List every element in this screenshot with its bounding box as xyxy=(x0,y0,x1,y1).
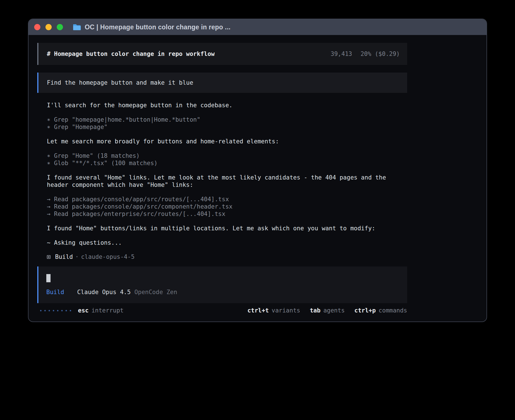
minimize-button[interactable] xyxy=(45,24,52,30)
prompt-provider: OpenCode Zen xyxy=(134,289,177,296)
agent-separator: · xyxy=(75,253,79,260)
shortcut-interrupt: esc interrupt xyxy=(78,307,124,314)
shortcut-commands: ctrl+p commands xyxy=(354,307,407,314)
agent-icon xyxy=(47,255,51,259)
zoom-button[interactable] xyxy=(57,24,63,30)
traffic-lights xyxy=(34,24,63,30)
assistant-text: Let me search more broadly for buttons a… xyxy=(47,138,394,145)
agent-name: Build xyxy=(55,253,73,260)
spinner-dots xyxy=(40,310,71,311)
tool-call-glob: ∗ Glob "**/*.tsx" (100 matches) xyxy=(47,159,394,167)
status-bar: esc interrupt ctrl+t variants tab agents… xyxy=(37,307,407,314)
conversation: I'll search for the homepage button in t… xyxy=(37,102,394,260)
shortcut-label: commands xyxy=(379,307,407,314)
folder-icon xyxy=(73,24,81,30)
shortcut-key: ctrl+p xyxy=(354,307,376,314)
tool-call-grep: ∗ Grep "homepage|home.*button|Home.*butt… xyxy=(47,116,394,123)
text-cursor xyxy=(46,274,51,282)
titlebar: OC | Homepage button color change in rep… xyxy=(29,19,486,35)
terminal-window: OC | Homepage button color change in rep… xyxy=(28,19,487,322)
prompt-input[interactable]: Build Claude Opus 4.5 OpenCode Zen xyxy=(37,266,407,303)
context-cost: 20% ($0.29) xyxy=(361,51,400,57)
shortcut-key: tab xyxy=(310,307,320,314)
assistant-text: I found "Home" buttons/links in multiple… xyxy=(47,225,394,232)
prompt-meta: Build Claude Opus 4.5 OpenCode Zen xyxy=(46,289,399,296)
window-title: OC | Homepage button color change in rep… xyxy=(85,23,230,31)
agent-status-line: Build · claude-opus-4-5 xyxy=(47,253,394,260)
shortcut-label: agents xyxy=(323,307,345,314)
session-stats: 39,413 20% ($0.29) xyxy=(331,51,400,57)
shortcut-agents: tab agents xyxy=(310,307,345,314)
shortcut-key: ctrl+t xyxy=(247,307,269,314)
assistant-text: I'll search for the homepage button in t… xyxy=(47,102,394,109)
user-message-text: Find the homepage button and make it blu… xyxy=(47,79,193,86)
tool-call-read: → Read packages/console/app/src/componen… xyxy=(47,203,394,210)
status-asking: ~ Asking questions... xyxy=(47,239,394,246)
shortcut-label: interrupt xyxy=(91,307,124,314)
agent-model: claude-opus-4-5 xyxy=(81,253,135,260)
tool-call-read: → Read packages/enterprise/src/routes/[.… xyxy=(47,210,394,218)
tool-call-read: → Read packages/console/app/src/routes/[… xyxy=(47,196,394,203)
tool-call-grep: ∗ Grep "Home" (18 matches) xyxy=(47,152,394,159)
prompt-mode: Build xyxy=(46,289,64,296)
shortcut-label: variants xyxy=(272,307,300,314)
tool-call-grep: ∗ Grep "Homepage" xyxy=(47,123,394,131)
assistant-text: I found several "Home" links. Let me loo… xyxy=(47,174,394,189)
shortcut-key: esc xyxy=(78,307,89,314)
close-button[interactable] xyxy=(34,24,40,30)
session-header: # Homepage button color change in repo w… xyxy=(37,43,407,65)
prompt-model: Claude Opus 4.5 xyxy=(77,289,131,296)
token-count: 39,413 xyxy=(331,51,352,57)
user-message: Find the homepage button and make it blu… xyxy=(37,73,407,93)
session-title: # Homepage button color change in repo w… xyxy=(47,51,215,57)
terminal-content: # Homepage button color change in repo w… xyxy=(29,35,486,314)
shortcut-variants: ctrl+t variants xyxy=(247,307,300,314)
